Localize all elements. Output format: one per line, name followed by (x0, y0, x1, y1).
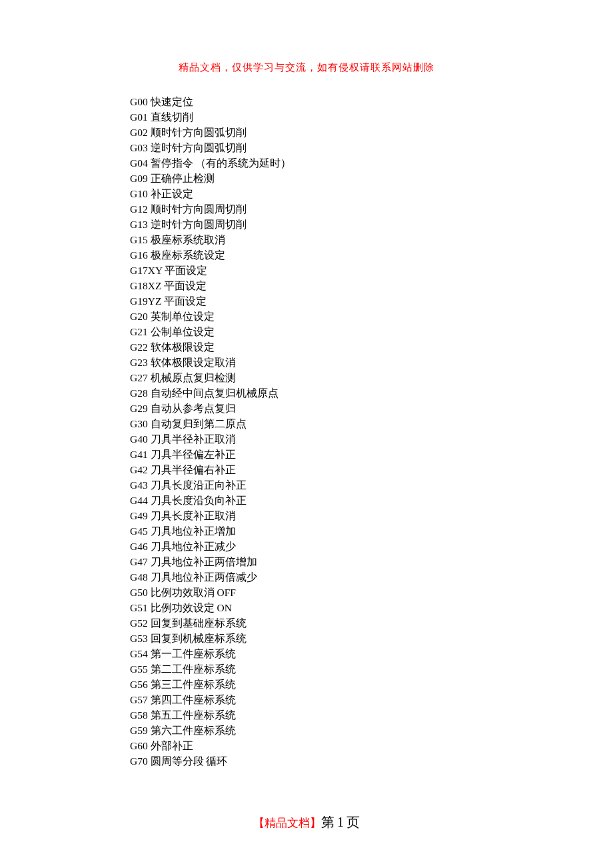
page-number: 1 (337, 815, 344, 829)
code-line: G55 第二工件座标系统 (130, 661, 613, 677)
code-line: G02 顺时针方向圆弧切削 (130, 125, 613, 140)
code-line: G58 第五工件座标系统 (130, 707, 613, 723)
code-line: G56 第三工件座标系统 (130, 677, 613, 692)
code-line: G60 外部补正 (130, 738, 613, 753)
code-line: G10 补正设定 (130, 186, 613, 201)
code-line: G19YZ 平面设定 (130, 293, 613, 309)
code-line: G17XY 平面设定 (130, 263, 613, 278)
code-line: G70 圆周等分段 循环 (130, 753, 613, 769)
code-line: G22 软体极限设定 (130, 339, 613, 355)
code-line: G40 刀具半径补正取消 (130, 431, 613, 447)
code-line: G16 极座标系统设定 (130, 247, 613, 263)
code-line: G27 机械原点复归检测 (130, 370, 613, 385)
code-line: G00 快速定位 (130, 94, 613, 109)
code-line: G52 回复到基础座标系统 (130, 615, 613, 631)
code-line: G59 第六工件座标系统 (130, 723, 613, 738)
code-line: G43 刀具长度沿正向补正 (130, 477, 613, 493)
code-line: G54 第一工件座标系统 (130, 646, 613, 661)
code-line: G21 公制单位设定 (130, 324, 613, 339)
code-line: G20 英制单位设定 (130, 309, 613, 324)
code-line: G45 刀具地位补正增加 (130, 523, 613, 539)
code-line: G44 刀具长度沿负向补正 (130, 493, 613, 508)
code-line: G23 软体极限设定取消 (130, 355, 613, 370)
code-line: G29 自动从参考点复归 (130, 401, 613, 416)
code-line: G09 正确停止检测 (130, 171, 613, 186)
code-line: G57 第四工件座标系统 (130, 692, 613, 707)
footer-label: 【精品文档】 (253, 817, 321, 829)
code-line: G03 逆时针方向圆弧切削 (130, 140, 613, 155)
code-line: G48 刀具地位补正两倍减少 (130, 569, 613, 585)
header-notice: 精品文档，仅供学习与交流，如有侵权请联系网站删除 (0, 0, 613, 74)
code-line: G50 比例功效取消 OFF (130, 585, 613, 600)
page-suffix: 页 (346, 815, 360, 829)
header-text: 精品文档，仅供学习与交流，如有侵权请联系网站删除 (179, 62, 434, 73)
code-line: G42 刀具半径偏右补正 (130, 462, 613, 477)
code-line: G04 暂停指令 （有的系统为延时） (130, 155, 613, 171)
code-line: G12 顺时针方向圆周切削 (130, 201, 613, 217)
code-line: G53 回复到机械座标系统 (130, 631, 613, 646)
page-prefix: 第 (321, 815, 334, 829)
code-line: G46 刀具地位补正减少 (130, 539, 613, 554)
code-line: G30 自动复归到第二原点 (130, 416, 613, 431)
code-line: G47 刀具地位补正两倍增加 (130, 554, 613, 569)
code-line: G49 刀具长度补正取消 (130, 508, 613, 523)
code-line: G41 刀具半径偏左补正 (130, 447, 613, 462)
footer: 【精品文档】第 1 页 (0, 813, 613, 831)
code-line: G28 自动经中间点复归机械原点 (130, 385, 613, 401)
code-line: G13 逆时针方向圆周切削 (130, 217, 613, 232)
code-line: G18XZ 平面设定 (130, 278, 613, 293)
code-line: G51 比例功效设定 ON (130, 600, 613, 615)
code-line: G15 极座标系统取消 (130, 232, 613, 247)
code-line: G01 直线切削 (130, 109, 613, 125)
content-body: G00 快速定位 G01 直线切削 G02 顺时针方向圆弧切削 G03 逆时针方… (0, 74, 613, 769)
